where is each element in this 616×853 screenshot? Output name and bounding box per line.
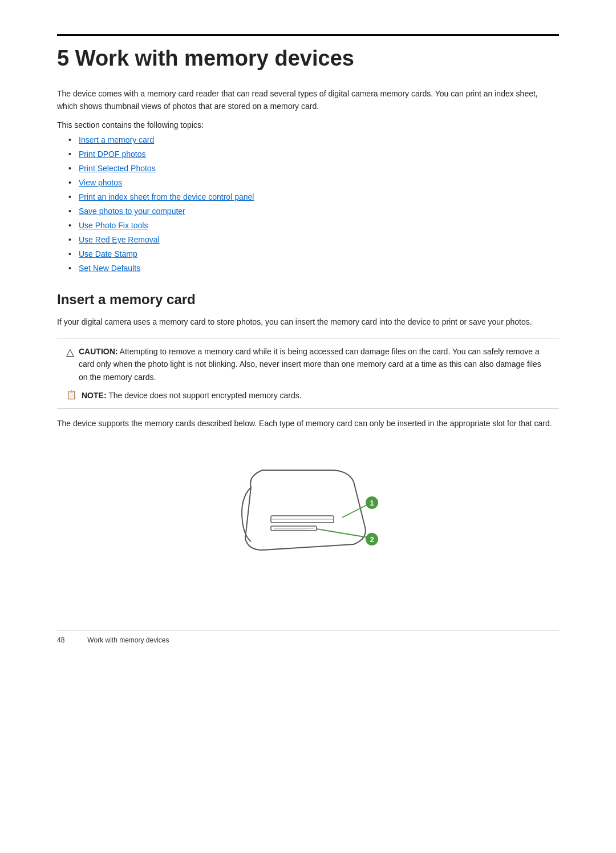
caution-label: CAUTION: bbox=[79, 347, 117, 356]
list-item: Print Selected Photos bbox=[68, 163, 559, 175]
topic-link-defaults[interactable]: Set New Defaults bbox=[79, 264, 140, 273]
list-item: Use Date Stamp bbox=[68, 248, 559, 260]
topic-link-view[interactable]: View photos bbox=[79, 178, 122, 187]
list-item: Set New Defaults bbox=[68, 262, 559, 274]
list-item: Use Red Eye Removal bbox=[68, 234, 559, 246]
svg-text:2: 2 bbox=[370, 535, 374, 544]
caution-text: CAUTION: Attempting to remove a memory c… bbox=[79, 345, 550, 383]
topic-link-index[interactable]: Print an index sheet from the device con… bbox=[79, 192, 254, 201]
intro-paragraph-1: The device comes with a memory card read… bbox=[57, 87, 559, 113]
topic-link-print-selected[interactable]: Print Selected Photos bbox=[79, 164, 156, 173]
diagram-area: 1 2 bbox=[57, 447, 559, 607]
footer: 48 Work with memory devices bbox=[57, 630, 559, 644]
list-item: View photos bbox=[68, 177, 559, 189]
topic-link-photofix[interactable]: Use Photo Fix tools bbox=[79, 221, 148, 230]
chapter-number: 5 bbox=[57, 46, 69, 70]
note-body: The device does not support encrypted me… bbox=[108, 391, 302, 400]
list-item: Print an index sheet from the device con… bbox=[68, 191, 559, 203]
note-label: NOTE: bbox=[82, 391, 107, 400]
list-item: Print DPOF photos bbox=[68, 148, 559, 160]
topic-link-redeye[interactable]: Use Red Eye Removal bbox=[79, 235, 160, 244]
list-item: Use Photo Fix tools bbox=[68, 220, 559, 232]
topics-list: Insert a memory card Print DPOF photos P… bbox=[68, 134, 559, 274]
svg-line-5 bbox=[342, 504, 368, 518]
topic-link-insert[interactable]: Insert a memory card bbox=[79, 135, 154, 144]
caution-icon: △ bbox=[66, 346, 74, 358]
section-insert-para2: The device supports the memory cards des… bbox=[57, 417, 559, 430]
page-container: 5 Work with memory devices The device co… bbox=[0, 0, 616, 678]
chapter-title-text: Work with memory devices bbox=[75, 46, 354, 70]
notice-box: △ CAUTION: Attempting to remove a memory… bbox=[57, 338, 559, 410]
svg-line-8 bbox=[317, 529, 368, 537]
caution-notice: △ CAUTION: Attempting to remove a memory… bbox=[66, 345, 550, 383]
topic-link-dpof[interactable]: Print DPOF photos bbox=[79, 149, 146, 159]
note-text: NOTE: The device does not support encryp… bbox=[82, 389, 302, 402]
list-item: Save photos to your computer bbox=[68, 205, 559, 217]
topic-link-datestamp[interactable]: Use Date Stamp bbox=[79, 249, 137, 258]
memory-card-diagram: 1 2 bbox=[217, 453, 399, 601]
footer-chapter-text: Work with memory devices bbox=[87, 636, 169, 644]
topic-link-save[interactable]: Save photos to your computer bbox=[79, 207, 185, 216]
note-notice: 📋 NOTE: The device does not support encr… bbox=[66, 389, 550, 402]
section-insert-title: Insert a memory card bbox=[57, 292, 559, 308]
caution-body: Attempting to remove a memory card while… bbox=[79, 347, 541, 382]
section-insert-para1: If your digital camera uses a memory car… bbox=[57, 316, 559, 328]
chapter-title: 5 Work with memory devices bbox=[57, 46, 559, 71]
topics-label: This section contains the following topi… bbox=[57, 120, 559, 130]
list-item: Insert a memory card bbox=[68, 134, 559, 146]
svg-text:1: 1 bbox=[370, 499, 374, 507]
note-icon: 📋 bbox=[66, 390, 77, 400]
chapter-header: 5 Work with memory devices bbox=[57, 34, 559, 71]
footer-page-number: 48 bbox=[57, 636, 64, 644]
